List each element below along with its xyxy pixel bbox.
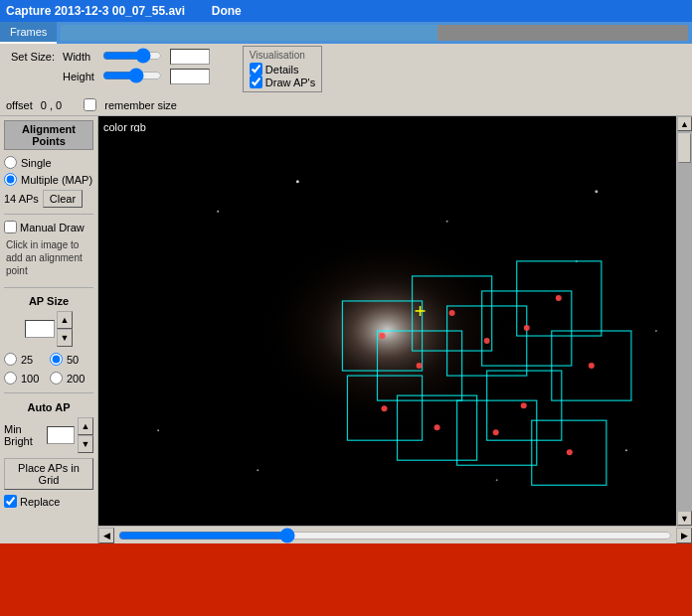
main-area: Alignment Points Single Multiple (MAP) 1… [0,116,692,543]
tabrow: Frames [0,22,692,44]
svg-point-25 [524,325,530,331]
ap-size-title: AP Size [4,295,93,307]
svg-point-12 [257,469,259,471]
svg-point-10 [625,449,627,451]
single-radio[interactable] [4,156,17,169]
svg-point-36 [381,405,387,411]
left-panel: Alignment Points Single Multiple (MAP) 1… [0,116,98,543]
offsetrow: offset 0 , 0 remember size [0,94,692,116]
svg-point-8 [655,330,657,332]
width-slider[interactable] [102,49,162,63]
single-radio-row: Single [4,156,93,169]
width-input[interactable]: 728 [170,49,210,65]
tab-progress [61,25,688,41]
divider-2 [4,287,93,288]
label-50: 50 [67,354,79,366]
remember-size-label: remember size [104,99,177,111]
scroll-down-button[interactable]: ▼ [677,511,692,526]
svg-point-35 [379,333,385,339]
height-input[interactable]: 512 [170,69,210,84]
svg-point-28 [521,402,527,408]
manual-draw-row: Manual Draw [4,221,93,233]
ap-size-up-btn[interactable]: ▲ [57,311,73,329]
radio-25[interactable] [4,353,17,366]
radio-100[interactable] [4,372,17,385]
details-checkbox-group: Details [250,63,315,76]
svg-point-3 [217,211,219,213]
draw-aps-label: Draw AP's [265,77,315,88]
svg-point-11 [496,479,498,481]
label-25: 25 [21,354,33,366]
title-text: Capture 2013-12-3 00_07_55.avi [6,4,185,18]
ap-size-spinbox-row: 50 ▲ ▼ [4,311,93,347]
offset-label: offset [6,99,33,111]
title-status: Done [212,4,242,18]
scroll-thumb[interactable] [678,133,691,163]
svg-point-7 [595,190,598,193]
draw-aps-checkbox[interactable] [250,76,262,88]
scroll-track[interactable] [677,131,692,511]
svg-point-32 [567,449,573,455]
vertical-scrollbar[interactable]: ▲ ▼ [676,116,692,526]
image-area[interactable]: color rgb frame % 0.0 (1/596) #51 qualit… [98,116,676,526]
height-slider[interactable] [102,69,162,82]
min-bright-input[interactable]: 35 [47,426,75,444]
ap-size-input[interactable]: 50 [25,320,55,338]
svg-point-27 [589,363,595,369]
multiple-radio[interactable] [4,173,17,186]
size-table: Set Size: Width 728 Height 512 [6,46,215,87]
radio-50[interactable] [50,353,63,366]
min-bright-label: Min Bright [4,423,44,447]
divider-3 [4,392,93,393]
svg-point-31 [493,429,499,435]
replace-row: Replace [4,495,93,508]
min-bright-down-btn[interactable]: ▼ [78,435,93,453]
details-checkbox[interactable] [250,63,262,76]
offset-value: 0 , 0 [41,99,62,111]
auto-ap-title: Auto AP [4,401,93,413]
top-controls: Set Size: Width 728 Height 512 Visualisa… [0,44,692,94]
scroll-up-button[interactable]: ▲ [677,116,692,131]
horizontal-scroll-input[interactable] [118,529,672,542]
width-label: Width [63,51,90,63]
label-200: 200 [67,373,85,385]
remember-size-checkbox[interactable] [84,98,96,111]
bottom-red-area [0,543,692,616]
click-text: Click in image to add an alignment point [6,238,93,277]
image-container: color rgb frame % 0.0 (1/596) #51 qualit… [98,116,692,543]
svg-point-33 [417,363,423,369]
min-bright-row: Min Bright 35 ▲ ▼ [4,417,93,453]
radio-200[interactable] [50,372,63,385]
tab-frames-label: Frames [10,26,47,38]
scroll-right-button[interactable]: ▶ [676,528,692,543]
ap-size-radio-grid: 25 50 100 200 [4,351,93,386]
multiple-label: Multiple (MAP) [21,174,92,186]
horizontal-scrollbar: ◀ ▶ [98,526,692,543]
manual-draw-label: Manual Draw [20,222,85,233]
clear-button[interactable]: Clear [43,190,83,208]
ap-size-down-btn[interactable]: ▼ [57,329,73,347]
set-size-label: Set Size: [11,51,55,63]
svg-point-4 [296,180,299,183]
ap-count: 14 APs [4,193,39,205]
height-label: Height [63,71,94,82]
place-aps-button[interactable]: Place APs in Grid [4,458,93,490]
multiple-radio-row: Multiple (MAP) [4,173,93,186]
draw-aps-checkbox-group: Draw AP's [250,76,315,88]
manual-draw-checkbox[interactable] [4,221,17,233]
scroll-left-button[interactable]: ◀ [98,528,114,543]
svg-point-34 [434,424,440,430]
vis-title: Visualisation [250,50,315,61]
astro-image [98,116,676,526]
svg-point-26 [556,295,562,301]
svg-point-29 [484,338,490,344]
replace-checkbox[interactable] [4,495,17,508]
label-100: 100 [21,373,39,385]
svg-point-9 [157,429,159,431]
min-bright-up-btn[interactable]: ▲ [78,417,93,435]
titlebar: Capture 2013-12-3 00_07_55.avi Done [0,0,692,22]
details-label: Details [265,64,299,76]
tab-frames[interactable]: Frames [0,22,57,44]
divider-1 [4,214,93,215]
radio-100-row: 100 [4,372,48,385]
